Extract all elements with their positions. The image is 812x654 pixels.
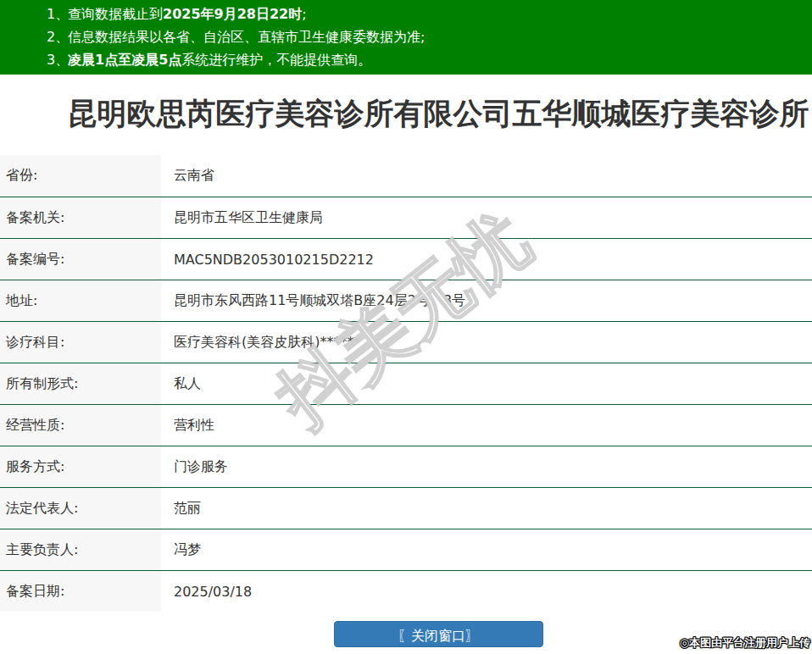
notice-banner: 1、查询数据截止到2025年9月28日22时; 2、信息数据结果以各省、自治区、… (0, 0, 812, 75)
page-container: 1、查询数据截止到2025年9月28日22时; 2、信息数据结果以各省、自治区、… (0, 0, 812, 647)
close-window-button[interactable]: 〖关闭窗口〗 (334, 621, 543, 647)
row-label: 省份: (0, 155, 161, 197)
row-label: 所有制形式: (0, 363, 161, 404)
row-value: 冯梦 (161, 529, 812, 570)
notice-item-text: ; (302, 6, 306, 22)
row-label: 经营性质: (0, 405, 161, 446)
table-row: 经营性质: 营利性 (0, 404, 812, 446)
table-row: 法定代表人: 范丽 (0, 487, 812, 529)
notice-item-text: 系统进行维护，不能提供查询。 (181, 52, 371, 68)
row-value: 2025/03/18 (161, 571, 812, 612)
info-table: 省份: 云南省 备案机关: 昆明市五华区卫生健康局 备案编号: MAC5NDB2… (0, 155, 812, 612)
notice-item-text: 查询数据截止到 (68, 6, 163, 22)
row-value: 云南省 (161, 155, 812, 197)
row-label: 地址: (0, 280, 161, 321)
row-value: MAC5NDB2053010215D2212 (161, 239, 812, 280)
row-value: 私人 (161, 363, 812, 404)
notice-item-number: 2、 (47, 25, 68, 48)
row-label: 服务方式: (0, 446, 161, 487)
notice-item-text-bold: 凌晨1点至凌晨5点 (68, 52, 181, 68)
row-value: 门诊服务 (161, 446, 812, 487)
notice-item-text-bold: 2025年9月28日22时 (163, 6, 302, 22)
notice-item: 1、查询数据截止到2025年9月28日22时; (47, 3, 812, 25)
row-label: 主要负责人: (0, 529, 161, 570)
table-row: 省份: 云南省 (0, 155, 812, 197)
row-value: 昆明市五华区卫生健康局 (161, 197, 812, 238)
table-row: 服务方式: 门诊服务 (0, 446, 812, 487)
row-label: 法定代表人: (0, 488, 161, 529)
upload-credit: ◎本图由平台注册用户上传 (680, 635, 810, 651)
notice-item-number: 3、 (47, 48, 68, 71)
row-value: 昆明市东风西路11号顺城双塔B座24层2号、3号 (161, 280, 812, 321)
row-label: 备案日期: (0, 571, 161, 612)
table-row: 备案日期: 2025/03/18 (0, 570, 812, 612)
row-value: 营利性 (161, 405, 812, 446)
row-label: 诊疗科目: (0, 322, 161, 363)
table-row: 地址: 昆明市东风西路11号顺城双塔B座24层2号、3号 (0, 280, 812, 321)
notice-item: 3、凌晨1点至凌晨5点系统进行维护，不能提供查询。 (47, 48, 812, 71)
table-row: 备案机关: 昆明市五华区卫生健康局 (0, 197, 812, 238)
table-row: 诊疗科目: 医疗美容科(美容皮肤科)****** (0, 321, 812, 363)
notice-item-number: 1、 (47, 3, 68, 25)
table-row: 所有制形式: 私人 (0, 363, 812, 404)
table-row: 备案编号: MAC5NDB2053010215D2212 (0, 238, 812, 280)
notice-item: 2、信息数据结果以各省、自治区、直辖市卫生健康委数据为准; (47, 25, 812, 48)
row-value: 医疗美容科(美容皮肤科)****** (161, 322, 812, 363)
row-value: 范丽 (161, 488, 812, 529)
row-label: 备案机关: (0, 197, 161, 238)
page-title: 昆明欧思芮医疗美容诊所有限公司五华顺城医疗美容诊所 (0, 95, 812, 132)
table-row: 主要负责人: 冯梦 (0, 529, 812, 570)
row-label: 备案编号: (0, 239, 161, 280)
notice-item-text: 信息数据结果以各省、自治区、直辖市卫生健康委数据为准; (68, 29, 425, 45)
